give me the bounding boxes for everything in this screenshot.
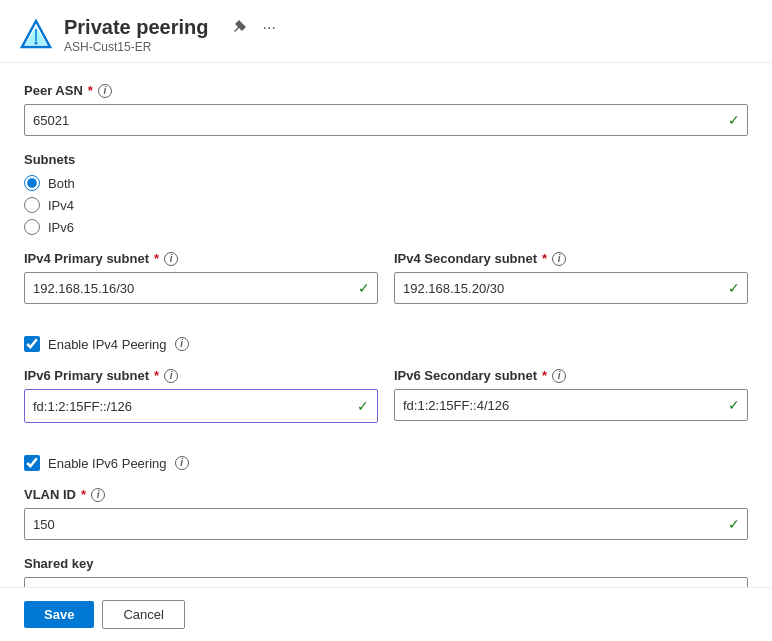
expressroute-icon — [20, 19, 52, 51]
peer-asn-group: Peer ASN * i ✓ — [24, 83, 748, 136]
footer: Save Cancel — [0, 587, 772, 641]
subnet-ipv4-option[interactable]: IPv4 — [24, 197, 748, 213]
vlan-id-input-wrapper: ✓ — [24, 508, 748, 540]
ipv6-primary-valid-icon: ✓ — [357, 398, 369, 414]
subnet-both-option[interactable]: Both — [24, 175, 748, 191]
header-subtitle: ASH-Cust15-ER — [64, 40, 280, 54]
header-actions: ··· — [227, 17, 280, 39]
more-icon: ··· — [263, 19, 276, 37]
ipv4-secondary-label: IPv4 Secondary subnet * i — [394, 251, 748, 266]
vlan-id-input[interactable] — [24, 508, 748, 540]
save-button[interactable]: Save — [24, 601, 94, 628]
subnets-group: Subnets Both IPv4 IPv6 — [24, 152, 748, 235]
ipv6-primary-group: IPv6 Primary subnet * i ✓ — [24, 368, 378, 423]
header-text: Private peering ··· ASH-Cust15-ER — [64, 16, 280, 54]
ipv4-primary-group: IPv4 Primary subnet * i ✓ — [24, 251, 378, 304]
subnets-label: Subnets — [24, 152, 748, 167]
enable-ipv6-peering-label[interactable]: Enable IPv6 Peering — [48, 456, 167, 471]
shared-key-input-wrapper — [24, 577, 748, 587]
peer-asn-label: Peer ASN * i — [24, 83, 748, 98]
ipv4-primary-info-icon[interactable]: i — [164, 252, 178, 266]
ipv4-secondary-valid-icon: ✓ — [728, 280, 740, 296]
vlan-id-group: VLAN ID * i ✓ — [24, 487, 748, 540]
enable-ipv4-peering-label[interactable]: Enable IPv4 Peering — [48, 337, 167, 352]
ipv6-primary-info-icon[interactable]: i — [164, 369, 178, 383]
peer-asn-valid-icon: ✓ — [728, 112, 740, 128]
ipv4-primary-valid-icon: ✓ — [358, 280, 370, 296]
more-options-button[interactable]: ··· — [259, 17, 280, 39]
cancel-button[interactable]: Cancel — [102, 600, 184, 629]
ipv6-primary-input[interactable] — [25, 390, 377, 422]
header-title-row: Private peering ··· — [64, 16, 280, 39]
ipv6-secondary-required: * — [542, 368, 547, 383]
pin-button[interactable] — [227, 18, 251, 38]
peer-asn-input-wrapper: ✓ — [24, 104, 748, 136]
ipv6-secondary-input-wrapper: ✓ — [394, 389, 748, 421]
vlan-id-label: VLAN ID * i — [24, 487, 748, 502]
enable-ipv6-peering-info-icon[interactable]: i — [175, 456, 189, 470]
ipv6-secondary-label: IPv6 Secondary subnet * i — [394, 368, 748, 383]
ipv6-subnet-row: IPv6 Primary subnet * i ✓ IPv6 Secondary… — [24, 368, 748, 439]
ipv6-primary-label: IPv6 Primary subnet * i — [24, 368, 378, 383]
subnet-ipv4-radio[interactable] — [24, 197, 40, 213]
enable-ipv6-peering-row: Enable IPv6 Peering i — [24, 455, 748, 471]
ipv4-secondary-group: IPv4 Secondary subnet * i ✓ — [394, 251, 748, 304]
ipv4-primary-label: IPv4 Primary subnet * i — [24, 251, 378, 266]
enable-ipv4-peering-info-icon[interactable]: i — [175, 337, 189, 351]
vlan-id-info-icon[interactable]: i — [91, 488, 105, 502]
svg-point-3 — [35, 42, 38, 45]
header: Private peering ··· ASH-Cust15-ER — [0, 0, 772, 63]
ipv6-secondary-input[interactable] — [394, 389, 748, 421]
peer-asn-input[interactable] — [24, 104, 748, 136]
peer-asn-info-icon[interactable]: i — [98, 84, 112, 98]
ipv6-primary-required: * — [154, 368, 159, 383]
ipv6-secondary-group: IPv6 Secondary subnet * i ✓ — [394, 368, 748, 423]
subnet-both-label: Both — [48, 176, 75, 191]
enable-ipv4-peering-checkbox[interactable] — [24, 336, 40, 352]
subnet-ipv6-label: IPv6 — [48, 220, 74, 235]
ipv4-primary-required: * — [154, 251, 159, 266]
ipv4-primary-input[interactable] — [24, 272, 378, 304]
ipv6-secondary-info-icon[interactable]: i — [552, 369, 566, 383]
ipv4-secondary-input[interactable] — [394, 272, 748, 304]
ipv4-secondary-required: * — [542, 251, 547, 266]
subnets-radio-group: Both IPv4 IPv6 — [24, 175, 748, 235]
peer-asn-required: * — [88, 83, 93, 98]
vlan-id-valid-icon: ✓ — [728, 516, 740, 532]
subnet-ipv6-option[interactable]: IPv6 — [24, 219, 748, 235]
ipv4-secondary-info-icon[interactable]: i — [552, 252, 566, 266]
page-container: Private peering ··· ASH-Cust15-ER — [0, 0, 772, 641]
enable-ipv4-peering-row: Enable IPv4 Peering i — [24, 336, 748, 352]
form-content: Peer ASN * i ✓ Subnets Both IPv4 — [0, 63, 772, 587]
enable-ipv6-peering-checkbox[interactable] — [24, 455, 40, 471]
subnet-ipv4-label: IPv4 — [48, 198, 74, 213]
shared-key-input[interactable] — [24, 577, 748, 587]
subnet-ipv6-radio[interactable] — [24, 219, 40, 235]
vlan-id-required: * — [81, 487, 86, 502]
subnet-both-radio[interactable] — [24, 175, 40, 191]
ipv4-subnet-row: IPv4 Primary subnet * i ✓ IPv4 Secondary… — [24, 251, 748, 320]
page-title: Private peering — [64, 16, 209, 39]
ipv4-primary-input-wrapper: ✓ — [24, 272, 378, 304]
ipv4-secondary-input-wrapper: ✓ — [394, 272, 748, 304]
ipv6-primary-input-wrapper: ✓ — [24, 389, 378, 423]
ipv6-secondary-valid-icon: ✓ — [728, 397, 740, 413]
shared-key-group: Shared key — [24, 556, 748, 587]
shared-key-label: Shared key — [24, 556, 748, 571]
